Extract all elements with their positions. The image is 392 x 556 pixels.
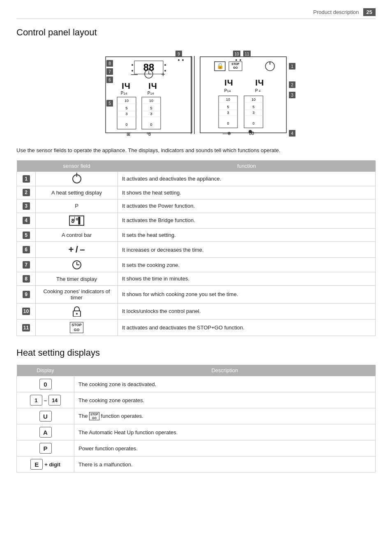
number-badge: 11 [22,324,30,331]
svg-text:14: 14 [150,92,154,95]
row-number: 10 [17,303,36,319]
svg-text:14: 14 [227,89,231,93]
row-number: 3 [17,199,36,213]
sensor-cell: STOPGO [36,319,118,336]
sensor-text: A control bar [62,232,92,238]
svg-text:8: 8 [108,61,111,66]
number-badge: 7 [23,261,30,269]
display-cell: A [17,424,74,440]
function-cell: It shows the time in minutes. [118,272,376,286]
svg-text:10: 10 [226,97,230,102]
sensor-cell: The timer display [36,272,118,286]
function-cell: It locks/unlocks the control panel. [118,303,376,319]
row-number: 2 [17,186,36,199]
svg-text:⁰8: ⁰8 [147,132,151,137]
svg-text:10: 10 [125,99,129,103]
svg-text:7: 7 [108,70,111,74]
sensor-cell: A heat setting display [36,186,118,199]
function-cell: It activates and deactivates the applian… [118,171,376,186]
description-paragraph: Use the sensor fields to operate the app… [16,146,376,155]
svg-text:3: 3 [150,112,152,116]
sensor-cell: + / – [36,242,118,258]
number-badge: 10 [22,308,30,315]
diagram-container: 88 8 7 6 5 — + IЧ [16,44,376,139]
heat-col-desc-header: Description [74,365,376,376]
diagram-svg: 88 8 7 6 5 — + IЧ [81,44,311,139]
display-zero: 0 [39,379,52,389]
svg-text:10: 10 [149,99,153,103]
svg-text:3: 3 [291,93,293,97]
svg-text:3: 3 [252,111,254,115]
section-label: Product description [313,9,359,15]
svg-text:0: 0 [227,121,229,125]
svg-text:4: 4 [291,131,293,136]
display-a: A [39,427,52,438]
row-number: 9 [17,285,36,303]
svg-text:—⊕: —⊕ [223,131,231,136]
row-number: 7 [17,258,36,272]
number-badge: 6 [23,246,30,253]
description-cell: The cooking zone operates. [74,392,376,408]
table-row: 8 The timer display It shows the time in… [17,272,376,286]
table-row: 5 A control bar It sets the heat setting… [17,228,376,242]
svg-point-94 [182,59,184,61]
sensor-cell: Cooking zones' indicators of timer [36,285,118,303]
svg-text:10: 10 [251,97,256,102]
svg-text:IЧ: IЧ [148,81,157,90]
svg-text:—: — [131,71,138,78]
svg-text:+: + [161,71,165,78]
stopgo-inline: STOPGO [89,412,99,420]
table-row: 0 The cooking zone is deactivated. [17,376,376,392]
sensor-text: The timer display [56,276,97,282]
control-panel-table: sensor field function 1 It activates and… [16,160,376,336]
display-p: P [39,443,52,454]
number-badge: 4 [23,217,30,224]
svg-point-90 [249,130,252,133]
table-row: 10 It locks/unlocks the control panel. [17,303,376,319]
table-row: 3 P It activates the Power function. [17,199,376,213]
svg-text:0: 0 [150,123,152,127]
svg-point-98 [76,313,78,315]
number-badge: 2 [23,189,30,196]
display-cell: P [17,440,74,456]
svg-text:P: P [255,88,258,93]
svg-text:11: 11 [244,52,249,56]
description-cell: The STOPGO function operates. [74,408,376,424]
function-cell: It activates the Bridge function. [118,213,376,228]
svg-text:2: 2 [291,83,293,87]
svg-text:6: 6 [108,78,111,82]
function-cell: It increases or decreases the time. [118,242,376,258]
control-panel-diagram: 88 8 7 6 5 — + IЧ [81,44,311,139]
table-row: E + digit There is a malfunction. [17,456,376,473]
row-number: 4 [17,213,36,228]
svg-text:5: 5 [252,105,254,109]
number-badge: 3 [23,202,30,210]
row-number: 1 [17,171,36,186]
svg-text:3: 3 [125,112,127,116]
table-row: 4 8o▌ It activates the Bridge function. [17,213,376,228]
description-cell: Power function operates. [74,440,376,456]
svg-text:0: 0 [125,123,127,127]
svg-text:STOP: STOP [232,63,240,65]
svg-text:⊞: ⊞ [127,132,130,137]
number-badge: 5 [23,232,30,239]
display-cell: 0 [17,376,74,392]
col-function-header: function [118,160,376,172]
svg-text:IЧ: IЧ [255,78,264,87]
svg-text:5: 5 [108,101,111,106]
display-e: E + digit [21,459,70,470]
control-panel-title: Control panel layout [16,27,376,38]
table-row: P Power function operates. [17,440,376,456]
display-cell: E + digit [17,456,74,473]
sensor-text: A heat setting display [51,190,102,196]
svg-text:GO: GO [233,66,238,69]
svg-rect-1 [200,57,286,133]
power-icon [72,174,81,183]
table-row: 1 It activates and deactivates the appli… [17,171,376,186]
svg-text:88: 88 [143,62,154,73]
function-cell: It sets the heat setting. [118,228,376,242]
svg-text:5: 5 [150,106,152,110]
function-cell: It sets the cooking zone. [118,258,376,272]
table-row: A The Automatic Heat Up function operate… [17,424,376,440]
svg-text:5: 5 [125,106,127,110]
